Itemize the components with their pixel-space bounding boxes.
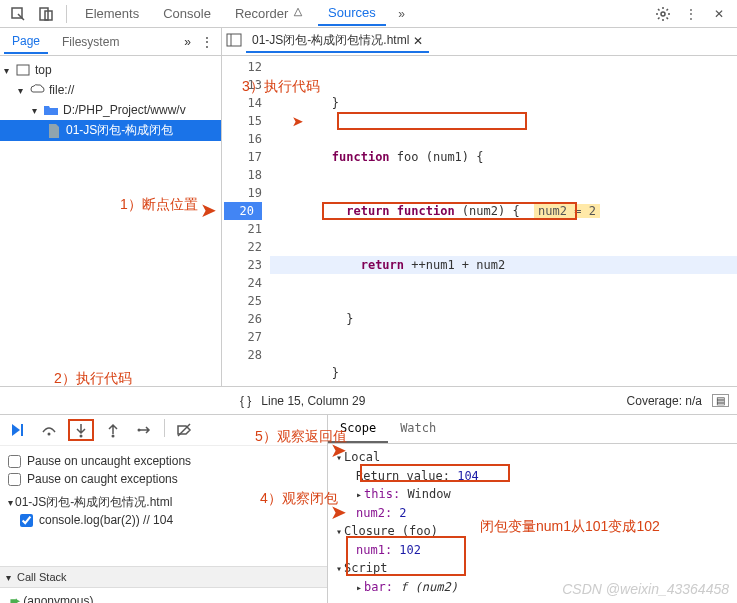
file-tabs: 01-JS闭包-构成闭包情况.html ✕ — [222, 28, 737, 55]
file-tab-label: 01-JS闭包-构成闭包情况.html — [252, 32, 409, 49]
code-editor[interactable]: 121314 151617 181920 212223 242526 2728 … — [222, 56, 737, 386]
code-line-16: } — [270, 310, 737, 328]
scope-watch-tabs: Scope Watch — [328, 415, 737, 444]
breakpoints-section: Pause on uncaught exceptions Pause on ca… — [0, 446, 327, 566]
scope-panel: Scope Watch Local Return value: 104 this… — [328, 415, 737, 603]
tab-page[interactable]: Page — [4, 30, 48, 54]
current-frame-icon: ➨ — [10, 594, 20, 603]
device-icon[interactable] — [34, 2, 58, 26]
close-tab-icon[interactable]: ✕ — [413, 34, 423, 48]
step-out-button[interactable] — [100, 419, 126, 441]
line-gutter: 121314 151617 181920 212223 242526 2728 — [222, 56, 270, 386]
tab-scope[interactable]: Scope — [328, 415, 388, 443]
step-over-button[interactable] — [36, 419, 62, 441]
inline-value-hint: num2 = 2 — [534, 204, 600, 218]
callstack-header[interactable]: Call Stack — [0, 566, 327, 588]
callstack-frame[interactable]: ➨ (anonymous) 01-JS闭包-构成闭包情况 html:15 — [0, 588, 327, 603]
close-icon[interactable]: ✕ — [707, 2, 731, 26]
scope-script[interactable]: Script — [336, 559, 729, 578]
scope-closure[interactable]: Closure (foo) — [336, 522, 729, 541]
file-tree: top file:// D:/PHP_Project/www/v 01-JS闭包… — [0, 56, 222, 386]
navigator-tabs: Page Filesystem » ⋮ — [0, 28, 222, 55]
debug-toolbar — [0, 415, 327, 446]
svg-point-8 — [48, 433, 51, 436]
file-tab[interactable]: 01-JS闭包-构成闭包情况.html ✕ — [246, 30, 429, 53]
scope-local[interactable]: Local — [336, 448, 729, 467]
status-bar: { } Line 15, Column 29 Coverage: n/a ▤ — [0, 386, 737, 414]
kebab-icon[interactable]: ⋮ — [679, 2, 703, 26]
breakpoint-entry[interactable]: console.log(bar(2)) // 104 — [8, 511, 319, 529]
main-toolbar: Elements Console Recorder Sources » ⋮ ✕ — [0, 0, 737, 28]
coverage-label: Coverage: n/a — [627, 394, 702, 408]
debug-panels: Pause on uncaught exceptions Pause on ca… — [0, 414, 737, 603]
code-line-14: return function (num2) { num2 = 2 — [270, 202, 737, 220]
step-into-button[interactable] — [68, 419, 94, 441]
tab-watch[interactable]: Watch — [388, 415, 448, 443]
pause-caught-checkbox[interactable]: Pause on caught exceptions — [8, 470, 319, 488]
tree-top[interactable]: top — [0, 60, 221, 80]
second-bar: Page Filesystem » ⋮ 01-JS闭包-构成闭包情况.html … — [0, 28, 737, 56]
tab-console[interactable]: Console — [153, 2, 221, 25]
code-line-17: } — [270, 364, 737, 382]
svg-rect-4 — [227, 34, 241, 46]
scope-content: Local Return value: 104 this: Window num… — [328, 444, 737, 601]
tab-sources[interactable]: Sources — [318, 1, 386, 26]
settings-icon[interactable] — [651, 2, 675, 26]
svg-point-3 — [661, 12, 665, 16]
tree-folder[interactable]: D:/PHP_Project/www/v — [0, 100, 221, 120]
scope-return-value: Return value: 104 — [336, 467, 729, 485]
tree-file[interactable]: 01-JS闭包-构成闭包 — [0, 120, 221, 141]
code-line-12: } — [270, 94, 737, 112]
breakpoint-marker: 20 — [224, 202, 262, 220]
svg-point-11 — [138, 429, 141, 432]
cursor-position: Line 15, Column 29 — [261, 394, 365, 408]
code-line-13: function foo (num1) { — [270, 148, 737, 166]
step-button[interactable] — [132, 419, 158, 441]
format-icon[interactable]: { } — [240, 394, 251, 408]
svg-point-9 — [80, 435, 83, 438]
debug-controls-panel: Pause on uncaught exceptions Pause on ca… — [0, 415, 328, 603]
main-area: top file:// D:/PHP_Project/www/v 01-JS闭包… — [0, 56, 737, 386]
code-content: } function foo (num1) { return function … — [270, 56, 737, 386]
deactivate-bp-button[interactable] — [171, 419, 197, 441]
code-line-15: return ++num1 + num2 — [270, 256, 737, 274]
watermark: CSDN @weixin_43364458 — [562, 581, 729, 597]
tree-file-scheme[interactable]: file:// — [0, 80, 221, 100]
svg-rect-7 — [21, 424, 23, 436]
pause-uncaught-checkbox[interactable]: Pause on uncaught exceptions — [8, 452, 319, 470]
tab-elements[interactable]: Elements — [75, 2, 149, 25]
scope-num2: num2: 2 — [336, 504, 729, 522]
more-navigator-icon[interactable]: » — [184, 35, 191, 49]
scope-this[interactable]: this: Window — [336, 485, 729, 504]
coverage-toggle-icon[interactable]: ▤ — [712, 394, 729, 407]
breakpoint-file[interactable]: 01-JS闭包-构成闭包情况.html — [8, 494, 319, 511]
svg-point-10 — [112, 435, 115, 438]
kebab-icon[interactable]: ⋮ — [197, 35, 217, 49]
scope-num1: num1: 102 — [336, 541, 729, 559]
tab-filesystem[interactable]: Filesystem — [54, 31, 127, 53]
tab-recorder[interactable]: Recorder — [225, 2, 314, 25]
nav-toggle-icon[interactable] — [226, 32, 242, 51]
more-tabs-icon[interactable]: » — [390, 2, 414, 26]
resume-button[interactable] — [4, 419, 30, 441]
svg-rect-1 — [40, 8, 48, 20]
inspect-icon[interactable] — [6, 2, 30, 26]
svg-rect-6 — [17, 65, 29, 75]
